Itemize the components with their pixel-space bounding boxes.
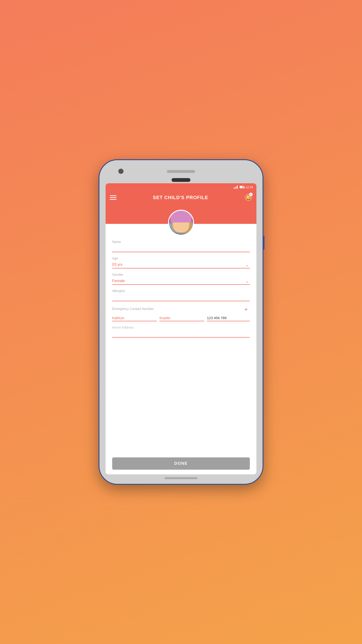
status-bar: 12:34 [106,183,256,191]
contact-lastname-input[interactable] [159,315,204,321]
name-input[interactable] [112,245,250,252]
emergency-contact-group: Emergency Contact Number + [112,306,250,321]
phone-frame: 12:34 SET CHILD'S PROFILE 🔔 2 [98,159,264,485]
avatar-hat [170,211,192,222]
avatar[interactable] [168,210,194,236]
hamburger-line-1 [110,195,116,196]
signal-bar-3 [236,186,237,189]
emergency-header: Emergency Contact Number + [112,306,250,313]
emergency-label: Emergency Contact Number [112,307,154,311]
add-contact-button[interactable]: + [242,306,250,313]
gender-label: Gender [112,273,250,276]
speaker [167,170,195,173]
camera [118,169,123,174]
age-field-group: Age 01 yrs 02 yrs 03 yrs 04 yrs 05 yrs ⌄ [112,256,250,268]
app-header: SET CHILD'S PROFILE 🔔 2 [106,191,256,205]
allergies-input[interactable] [112,294,250,301]
done-button[interactable]: DONE [112,458,250,470]
gender-select-wrapper: Male Female Other ⌄ [112,278,250,285]
hamburger-menu[interactable] [110,195,116,200]
status-icons: 12:34 [234,186,253,189]
contact-name-group [112,315,204,321]
contact-phone-input[interactable] [207,315,250,321]
earpiece [172,178,190,182]
hamburger-line-3 [110,199,116,200]
gender-select[interactable]: Male Female Other [112,278,250,285]
side-button [263,236,264,250]
hamburger-line-2 [110,197,116,198]
age-select[interactable]: 01 yrs 02 yrs 03 yrs 04 yrs 05 yrs [112,261,250,268]
age-label: Age [112,256,250,260]
contact-firstname-input[interactable] [112,315,157,321]
address-input[interactable] [112,330,250,338]
allergies-field-group: Allergies [112,289,250,301]
status-time: 12:34 [245,186,253,189]
battery-icon [240,186,244,188]
contact-row [112,315,250,321]
form-section: Name Age 01 yrs 02 yrs 03 yrs 04 yrs 05 … [106,240,256,454]
phone-screen: 12:34 SET CHILD'S PROFILE 🔔 2 [106,183,256,474]
signal-bar-1 [234,188,234,189]
battery-fill [240,186,243,188]
avatar-section [106,205,256,224]
signal-icon [234,186,238,189]
name-field-group: Name [112,240,250,252]
page-title: SET CHILD'S PROFILE [153,195,208,200]
address-label: Home Address [112,326,250,329]
phone-top [104,167,258,176]
notification-badge: 2 [249,193,253,196]
notification-button[interactable]: 🔔 2 [245,194,252,201]
name-label: Name [112,240,250,244]
signal-bar-2 [235,187,235,189]
signal-bar-4 [237,186,238,189]
done-section: DONE [106,454,256,474]
gender-field-group: Gender Male Female Other ⌄ [112,273,250,285]
address-field-group: Home Address [112,326,250,338]
allergies-label: Allergies [112,289,250,293]
age-select-wrapper: 01 yrs 02 yrs 03 yrs 04 yrs 05 yrs ⌄ [112,261,250,268]
phone-bottom-bar [164,477,198,479]
avatar-image [169,211,193,235]
